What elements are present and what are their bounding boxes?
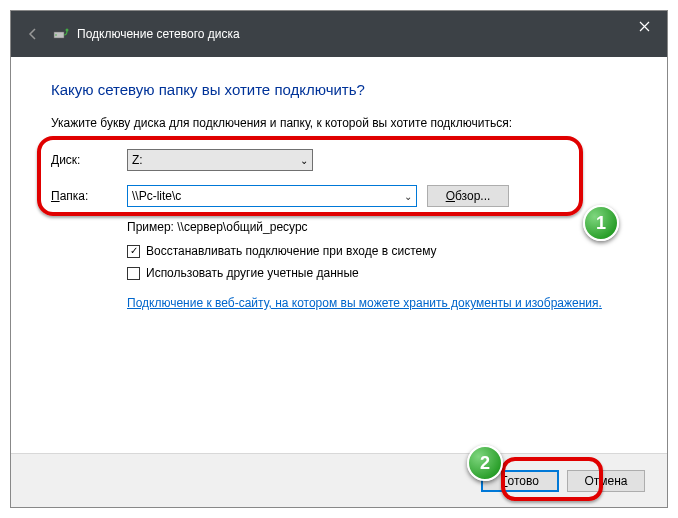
folder-label: Папка: <box>51 189 127 203</box>
othercreds-checkbox-row[interactable]: Использовать другие учетные данные <box>127 266 627 280</box>
content-area: Какую сетевую папку вы хотите подключить… <box>11 57 667 311</box>
drive-select[interactable]: Z: ⌄ <box>127 149 313 171</box>
drive-row: Диск: Z: ⌄ <box>51 148 627 172</box>
form-area: Диск: Z: ⌄ Папка: \\Pc-lite\c ⌄ Обзор...… <box>51 148 627 311</box>
reconnect-checkbox[interactable] <box>127 245 140 258</box>
network-drive-icon <box>53 26 69 42</box>
window-title: Подключение сетевого диска <box>77 27 240 41</box>
example-text: Пример: \\сервер\общий_ресурс <box>127 220 627 234</box>
annotation-badge-1: 1 <box>583 205 619 241</box>
othercreds-checkbox[interactable] <box>127 267 140 280</box>
folder-row: Папка: \\Pc-lite\c ⌄ Обзор... <box>51 184 627 208</box>
svg-point-1 <box>55 34 57 36</box>
footer: Готово Отмена <box>11 453 667 507</box>
website-link[interactable]: Подключение к веб-сайту, на котором вы м… <box>127 296 602 310</box>
instruction-text: Укажите букву диска для подключения и па… <box>51 116 627 130</box>
svg-point-2 <box>66 29 69 32</box>
othercreds-label: Использовать другие учетные данные <box>146 266 359 280</box>
dialog-window: Подключение сетевого диска Какую сетевую… <box>10 10 668 508</box>
browse-button[interactable]: Обзор... <box>427 185 509 207</box>
chevron-down-icon: ⌄ <box>300 155 308 166</box>
back-button[interactable] <box>19 20 47 48</box>
reconnect-label: Восстанавливать подключение при входе в … <box>146 244 437 258</box>
drive-label: Диск: <box>51 153 127 167</box>
folder-input[interactable]: \\Pc-lite\c ⌄ <box>127 185 417 207</box>
chevron-down-icon: ⌄ <box>404 191 412 202</box>
drive-value: Z: <box>132 153 143 167</box>
options-block: Пример: \\сервер\общий_ресурс Восстанавл… <box>127 220 627 311</box>
page-heading: Какую сетевую папку вы хотите подключить… <box>51 81 627 98</box>
reconnect-checkbox-row[interactable]: Восстанавливать подключение при входе в … <box>127 244 627 258</box>
cancel-button[interactable]: Отмена <box>567 470 645 492</box>
annotation-badge-2: 2 <box>467 445 503 481</box>
folder-value: \\Pc-lite\c <box>132 189 181 203</box>
close-button[interactable] <box>621 11 667 41</box>
titlebar: Подключение сетевого диска <box>11 11 667 57</box>
